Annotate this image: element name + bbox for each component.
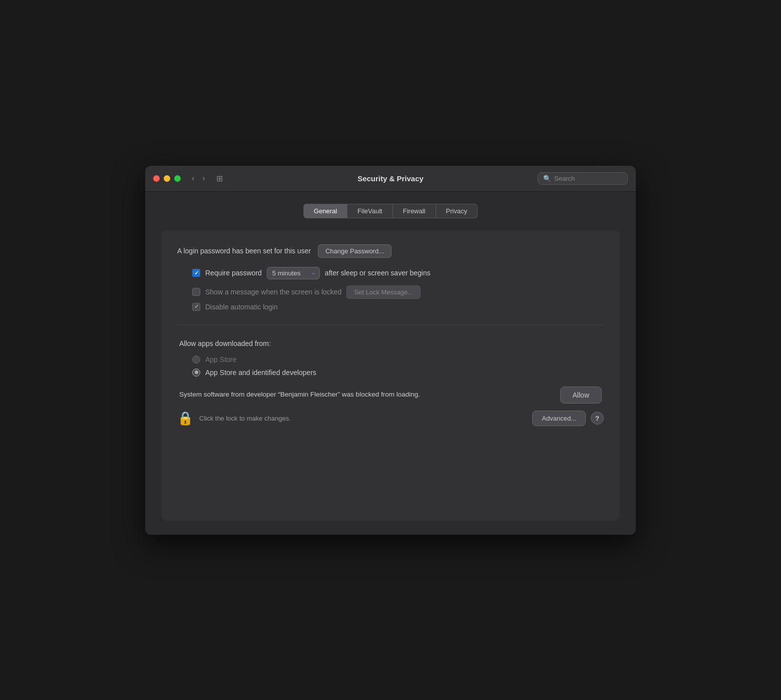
require-password-checkbox[interactable] bbox=[192, 269, 200, 277]
titlebar: ‹ › ⊞ Security & Privacy 🔍 bbox=[145, 166, 636, 192]
blocked-app-row: System software from developer “Benjamin… bbox=[177, 387, 604, 404]
window-title: Security & Privacy bbox=[357, 174, 424, 183]
traffic-lights bbox=[153, 175, 181, 182]
radio-app-store-developers-row: App Store and identified developers bbox=[192, 369, 604, 377]
require-password-suffix: after sleep or screen saver begins bbox=[325, 269, 431, 277]
show-message-checkbox[interactable] bbox=[192, 288, 200, 296]
password-set-text: A login password has been set for this u… bbox=[177, 247, 311, 255]
forward-arrow[interactable]: › bbox=[199, 173, 208, 184]
maximize-button[interactable] bbox=[174, 175, 181, 182]
disable-autologin-row: Disable automatic login bbox=[192, 303, 604, 311]
content-area: General FileVault Firewall Privacy A log… bbox=[145, 192, 636, 535]
footer: 🔒 Click the lock to make changes. Advanc… bbox=[177, 404, 604, 426]
require-password-row: Require password immediately 5 seconds 1… bbox=[192, 267, 604, 279]
radio-app-store[interactable] bbox=[192, 356, 200, 364]
change-password-button[interactable]: Change Password... bbox=[318, 244, 392, 258]
nav-arrows: ‹ › bbox=[189, 173, 208, 184]
password-delay-dropdown[interactable]: immediately 5 seconds 1 minute 5 minutes… bbox=[267, 267, 320, 279]
set-lock-message-button[interactable]: Set Lock Message... bbox=[346, 285, 421, 299]
disable-autologin-checkbox[interactable] bbox=[192, 303, 200, 311]
allow-button[interactable]: Allow bbox=[560, 387, 602, 404]
divider bbox=[177, 325, 604, 325]
main-window: ‹ › ⊞ Security & Privacy 🔍 General FileV… bbox=[145, 166, 636, 535]
settings-panel: A login password has been set for this u… bbox=[161, 230, 620, 521]
tab-bar: General FileVault Firewall Privacy bbox=[161, 204, 620, 218]
lock-icon[interactable]: 🔒 bbox=[177, 411, 193, 426]
minimize-button[interactable] bbox=[164, 175, 170, 182]
grid-icon[interactable]: ⊞ bbox=[216, 174, 223, 183]
allow-apps-label: Allow apps downloaded from: bbox=[179, 339, 604, 347]
search-box: 🔍 bbox=[538, 172, 628, 185]
radio-app-store-developers-label: App Store and identified developers bbox=[205, 369, 316, 377]
footer-buttons: Advanced... ? bbox=[532, 411, 604, 426]
show-message-label: Show a message when the screen is locked bbox=[205, 288, 341, 296]
advanced-button[interactable]: Advanced... bbox=[532, 411, 586, 426]
password-set-row: A login password has been set for this u… bbox=[177, 244, 604, 258]
tab-general[interactable]: General bbox=[303, 204, 347, 218]
help-button[interactable]: ? bbox=[591, 412, 604, 425]
radio-app-store-label: App Store bbox=[205, 356, 236, 364]
show-message-row: Show a message when the screen is locked… bbox=[192, 285, 604, 299]
search-input[interactable] bbox=[554, 175, 622, 182]
search-icon: 🔍 bbox=[543, 175, 551, 182]
radio-app-store-developers[interactable] bbox=[192, 369, 200, 377]
require-password-label: Require password bbox=[205, 269, 262, 277]
tab-firewall[interactable]: Firewall bbox=[393, 204, 436, 218]
tab-privacy[interactable]: Privacy bbox=[436, 204, 478, 218]
blocked-app-text: System software from developer “Benjamin… bbox=[179, 390, 420, 400]
close-button[interactable] bbox=[153, 175, 160, 182]
tab-filevault[interactable]: FileVault bbox=[347, 204, 393, 218]
password-delay-dropdown-wrapper: immediately 5 seconds 1 minute 5 minutes… bbox=[267, 267, 320, 279]
lock-text: Click the lock to make changes. bbox=[199, 415, 291, 422]
back-arrow[interactable]: ‹ bbox=[189, 173, 197, 184]
disable-autologin-label: Disable automatic login bbox=[205, 303, 278, 311]
radio-app-store-row: App Store bbox=[192, 356, 604, 364]
